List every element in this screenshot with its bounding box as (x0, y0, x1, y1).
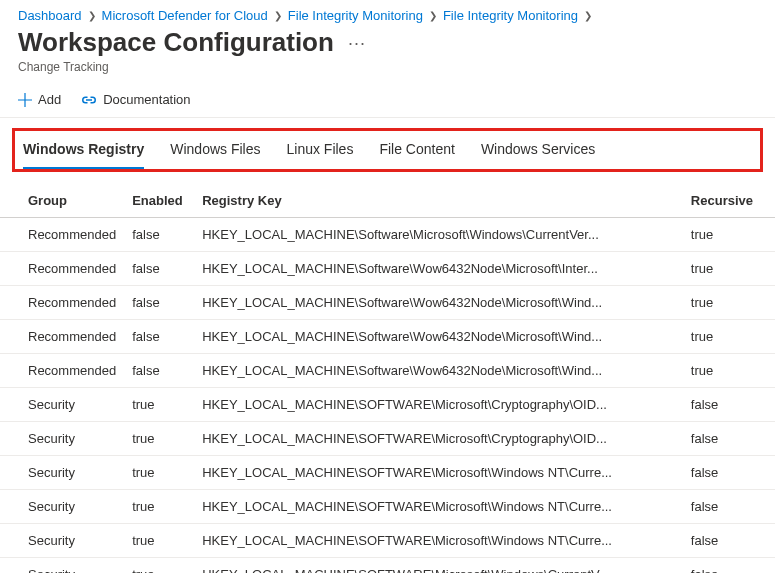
tab-file-content[interactable]: File Content (379, 141, 454, 169)
col-header-group[interactable]: Group (0, 184, 124, 218)
cell-key: HKEY_LOCAL_MACHINE\Software\Wow6432Node\… (194, 252, 683, 286)
table-row[interactable]: SecuritytrueHKEY_LOCAL_MACHINE\SOFTWARE\… (0, 490, 775, 524)
tabs-highlight-box: Windows Registry Windows Files Linux Fil… (12, 128, 763, 172)
cell-group: Recommended (0, 218, 124, 252)
page-subtitle: Change Tracking (18, 60, 757, 74)
cell-recursive: false (683, 490, 775, 524)
breadcrumb-fim-1[interactable]: File Integrity Monitoring (288, 8, 423, 23)
chevron-right-icon: ❯ (274, 10, 282, 21)
table-row[interactable]: RecommendedfalseHKEY_LOCAL_MACHINE\Softw… (0, 354, 775, 388)
cell-recursive: false (683, 524, 775, 558)
more-options-icon[interactable]: ··· (348, 34, 366, 52)
chevron-right-icon: ❯ (584, 10, 592, 21)
registry-table: Group Enabled Registry Key Recursive Rec… (0, 184, 775, 573)
tab-windows-registry[interactable]: Windows Registry (23, 141, 144, 169)
cell-key: HKEY_LOCAL_MACHINE\Software\Wow6432Node\… (194, 286, 683, 320)
cell-enabled: false (124, 218, 194, 252)
cell-enabled: true (124, 558, 194, 574)
tabs: Windows Registry Windows Files Linux Fil… (17, 135, 758, 169)
cell-group: Security (0, 524, 124, 558)
cell-enabled: true (124, 422, 194, 456)
add-button-label: Add (38, 92, 61, 107)
table-row[interactable]: SecuritytrueHKEY_LOCAL_MACHINE\SOFTWARE\… (0, 456, 775, 490)
cell-group: Security (0, 558, 124, 574)
cell-enabled: true (124, 490, 194, 524)
cell-enabled: false (124, 320, 194, 354)
cell-enabled: false (124, 286, 194, 320)
tab-windows-files[interactable]: Windows Files (170, 141, 260, 169)
cell-key: HKEY_LOCAL_MACHINE\Software\Microsoft\Wi… (194, 218, 683, 252)
table-row[interactable]: SecuritytrueHKEY_LOCAL_MACHINE\SOFTWARE\… (0, 524, 775, 558)
cell-enabled: true (124, 388, 194, 422)
documentation-button[interactable]: Documentation (81, 92, 190, 107)
cell-key: HKEY_LOCAL_MACHINE\Software\Wow6432Node\… (194, 354, 683, 388)
cell-key: HKEY_LOCAL_MACHINE\SOFTWARE\Microsoft\Cr… (194, 388, 683, 422)
breadcrumb: Dashboard ❯ Microsoft Defender for Cloud… (0, 0, 775, 25)
page-header: Workspace Configuration ··· Change Track… (0, 25, 775, 84)
table-row[interactable]: SecuritytrueHKEY_LOCAL_MACHINE\SOFTWARE\… (0, 558, 775, 574)
cell-enabled: false (124, 354, 194, 388)
table-row[interactable]: RecommendedfalseHKEY_LOCAL_MACHINE\Softw… (0, 252, 775, 286)
cell-recursive: false (683, 456, 775, 490)
cell-group: Recommended (0, 286, 124, 320)
cell-recursive: true (683, 354, 775, 388)
add-button[interactable]: Add (18, 92, 61, 107)
breadcrumb-defender[interactable]: Microsoft Defender for Cloud (102, 8, 268, 23)
cell-recursive: true (683, 320, 775, 354)
cell-key: HKEY_LOCAL_MACHINE\SOFTWARE\Microsoft\Wi… (194, 456, 683, 490)
cell-enabled: true (124, 524, 194, 558)
cell-group: Security (0, 422, 124, 456)
cell-recursive: false (683, 422, 775, 456)
cell-key: HKEY_LOCAL_MACHINE\Software\Wow6432Node\… (194, 320, 683, 354)
breadcrumb-dashboard[interactable]: Dashboard (18, 8, 82, 23)
page-title: Workspace Configuration (18, 27, 334, 58)
documentation-button-label: Documentation (103, 92, 190, 107)
cell-recursive: true (683, 286, 775, 320)
cell-key: HKEY_LOCAL_MACHINE\SOFTWARE\Microsoft\Wi… (194, 524, 683, 558)
cell-key: HKEY_LOCAL_MACHINE\SOFTWARE\Microsoft\Cr… (194, 422, 683, 456)
cell-group: Security (0, 456, 124, 490)
cell-key: HKEY_LOCAL_MACHINE\SOFTWARE\Microsoft\Wi… (194, 558, 683, 574)
cell-recursive: false (683, 388, 775, 422)
col-header-recursive[interactable]: Recursive (683, 184, 775, 218)
cell-recursive: true (683, 218, 775, 252)
cell-enabled: true (124, 456, 194, 490)
cell-group: Recommended (0, 354, 124, 388)
breadcrumb-fim-2[interactable]: File Integrity Monitoring (443, 8, 578, 23)
link-icon (81, 93, 97, 107)
table-row[interactable]: RecommendedfalseHKEY_LOCAL_MACHINE\Softw… (0, 218, 775, 252)
cell-group: Security (0, 490, 124, 524)
cell-recursive: true (683, 252, 775, 286)
chevron-right-icon: ❯ (429, 10, 437, 21)
tab-linux-files[interactable]: Linux Files (286, 141, 353, 169)
cell-group: Recommended (0, 252, 124, 286)
plus-icon (18, 93, 32, 107)
table-row[interactable]: RecommendedfalseHKEY_LOCAL_MACHINE\Softw… (0, 320, 775, 354)
col-header-key[interactable]: Registry Key (194, 184, 683, 218)
col-header-enabled[interactable]: Enabled (124, 184, 194, 218)
chevron-right-icon: ❯ (88, 10, 96, 21)
table-header-row: Group Enabled Registry Key Recursive (0, 184, 775, 218)
cell-group: Recommended (0, 320, 124, 354)
cell-key: HKEY_LOCAL_MACHINE\SOFTWARE\Microsoft\Wi… (194, 490, 683, 524)
cell-enabled: false (124, 252, 194, 286)
toolbar: Add Documentation (0, 84, 775, 118)
tab-windows-services[interactable]: Windows Services (481, 141, 595, 169)
table-row[interactable]: SecuritytrueHKEY_LOCAL_MACHINE\SOFTWARE\… (0, 422, 775, 456)
cell-group: Security (0, 388, 124, 422)
table-row[interactable]: RecommendedfalseHKEY_LOCAL_MACHINE\Softw… (0, 286, 775, 320)
table-row[interactable]: SecuritytrueHKEY_LOCAL_MACHINE\SOFTWARE\… (0, 388, 775, 422)
cell-recursive: false (683, 558, 775, 574)
